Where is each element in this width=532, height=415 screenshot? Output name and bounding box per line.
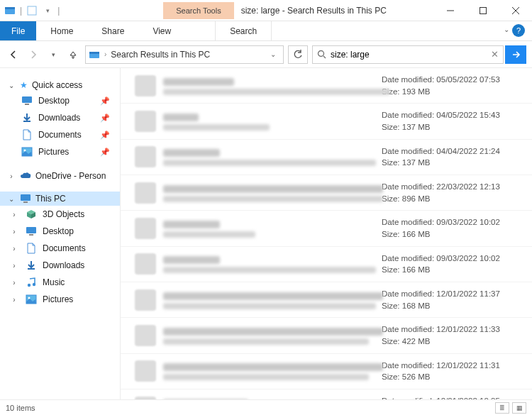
- folder-icon: [26, 209, 37, 220]
- sidebar-item[interactable]: 3D Objects: [0, 206, 120, 223]
- file-name-blurred: [163, 185, 383, 193]
- large-icons-view-button[interactable]: ▦: [512, 402, 526, 414]
- result-row[interactable]: Date modified: 12/01/2022 10:35Size: 200…: [121, 389, 532, 399]
- sidebar-item[interactable]: Pictures: [0, 291, 120, 308]
- chevron-right-icon[interactable]: [10, 228, 18, 236]
- qat-properties-icon[interactable]: [26, 5, 38, 16]
- result-row[interactable]: Date modified: 22/03/2022 12:13Size: 896…: [121, 175, 532, 211]
- result-row[interactable]: Date modified: 04/05/2022 15:43Size: 137…: [121, 104, 532, 139]
- share-tab[interactable]: Share: [87, 21, 138, 40]
- refresh-button[interactable]: [288, 45, 308, 64]
- chevron-right-icon[interactable]: [7, 172, 16, 180]
- quick-access-toolbar: | ▾ |: [0, 5, 64, 16]
- sidebar-item[interactable]: Downloads: [0, 257, 120, 274]
- sidebar-item[interactable]: Documents📌: [0, 126, 120, 143]
- chevron-right-icon[interactable]: [10, 211, 18, 218]
- pin-icon[interactable]: 📌: [100, 131, 116, 140]
- size-value: 193 MB: [402, 87, 431, 96]
- chevron-right-icon[interactable]: [10, 262, 18, 270]
- sidebar-item-label: Pictures: [38, 147, 69, 157]
- ribbon-collapse-icon[interactable]: ⌄: [504, 26, 509, 33]
- date-modified-label: Date modified:: [382, 147, 434, 155]
- this-pc-group[interactable]: This PC: [0, 192, 120, 206]
- address-bar[interactable]: › Search Results in This PC ⌄: [85, 45, 284, 64]
- back-button[interactable]: [6, 47, 21, 62]
- qat-dropdown-icon[interactable]: ▾: [42, 5, 53, 16]
- search-tools-contextual-tab[interactable]: Search Tools: [163, 2, 233, 19]
- search-go-button[interactable]: [505, 45, 526, 64]
- result-row[interactable]: Date modified: 12/01/2022 11:37Size: 168…: [121, 282, 532, 318]
- breadcrumb-text[interactable]: Search Results in This PC: [111, 50, 262, 60]
- sidebar-item[interactable]: Downloads📌: [0, 109, 120, 126]
- forward-button[interactable]: [26, 47, 41, 62]
- file-path-blurred: [163, 89, 390, 95]
- folder-icon: [26, 243, 37, 254]
- svg-rect-4: [480, 7, 487, 13]
- chevron-down-icon[interactable]: [7, 82, 16, 89]
- maximize-button[interactable]: [467, 0, 499, 21]
- file-path-blurred: [163, 338, 369, 345]
- result-row[interactable]: Date modified: 12/01/2022 11:33Size: 422…: [121, 318, 532, 353]
- results-list[interactable]: Date modified: 05/05/2022 07:53Size: 193…: [121, 68, 532, 399]
- sidebar-item-label: Desktop: [38, 96, 70, 106]
- address-dropdown-icon[interactable]: ⌄: [266, 50, 280, 58]
- cloud-icon: [20, 172, 31, 180]
- recent-locations-dropdown[interactable]: ▾: [45, 47, 61, 62]
- minimize-button[interactable]: [434, 0, 467, 21]
- sidebar-item[interactable]: Documents: [0, 240, 120, 257]
- chevron-right-icon[interactable]: [10, 296, 18, 304]
- file-icon: [135, 325, 156, 346]
- size-label: Size:: [382, 194, 400, 203]
- file-meta: Date modified: 12/01/2022 11:37Size: 168…: [382, 288, 523, 311]
- sidebar-item[interactable]: Music: [0, 274, 120, 291]
- chevron-right-icon[interactable]: [10, 279, 18, 287]
- details-view-button[interactable]: ≣: [495, 402, 509, 414]
- close-button[interactable]: [499, 0, 532, 21]
- size-value: 166 MB: [402, 230, 431, 238]
- search-input[interactable]: [331, 50, 487, 60]
- search-tab[interactable]: Search: [215, 21, 272, 40]
- status-bar: 10 items ≣ ▦: [0, 399, 532, 415]
- svg-rect-16: [21, 194, 31, 201]
- sidebar-item[interactable]: Desktop📌: [0, 92, 120, 109]
- sidebar-item[interactable]: Desktop: [0, 223, 120, 240]
- clear-search-icon[interactable]: ✕: [491, 49, 499, 60]
- result-row[interactable]: Date modified: 05/05/2022 07:53Size: 193…: [121, 68, 532, 104]
- file-name-area: [163, 362, 375, 380]
- chevron-right-icon[interactable]: [10, 245, 18, 253]
- chevron-down-icon[interactable]: [7, 195, 16, 203]
- pin-icon[interactable]: 📌: [100, 96, 116, 106]
- file-path-blurred: [163, 196, 383, 202]
- sidebar-item-label: Downloads: [43, 260, 84, 270]
- file-tab[interactable]: File: [0, 21, 36, 40]
- file-meta: Date modified: 05/05/2022 07:53Size: 193…: [382, 74, 523, 97]
- size-label: Size:: [382, 230, 400, 238]
- sidebar-item[interactable]: Pictures📌: [0, 143, 120, 160]
- search-box[interactable]: ✕: [312, 45, 504, 64]
- file-path-blurred: [163, 267, 376, 273]
- result-row[interactable]: Date modified: 09/03/2022 10:02Size: 166…: [121, 211, 532, 246]
- onedrive-label: OneDrive - Person: [35, 171, 106, 181]
- result-row[interactable]: Date modified: 09/03/2022 10:02Size: 166…: [121, 247, 532, 282]
- up-button[interactable]: [65, 47, 81, 62]
- onedrive-group[interactable]: OneDrive - Person: [0, 169, 120, 183]
- result-row[interactable]: Date modified: 04/04/2022 21:24Size: 137…: [121, 140, 532, 175]
- home-tab[interactable]: Home: [36, 21, 87, 40]
- breadcrumb-chevron-icon[interactable]: ›: [104, 50, 106, 58]
- pin-icon[interactable]: 📌: [100, 148, 116, 157]
- pin-icon[interactable]: 📌: [100, 114, 116, 123]
- file-icon: [135, 146, 156, 167]
- help-button[interactable]: ?: [512, 24, 525, 37]
- size-value: 166 MB: [402, 265, 431, 274]
- sidebar-item-label: Documents: [43, 243, 86, 253]
- file-meta: Date modified: 09/03/2022 10:02Size: 166…: [382, 253, 523, 276]
- file-icon: [135, 360, 156, 382]
- svg-point-24: [28, 297, 31, 299]
- size-value: 137 MB: [402, 123, 431, 131]
- view-tab[interactable]: View: [138, 21, 185, 40]
- result-row[interactable]: Date modified: 12/01/2022 11:31Size: 526…: [121, 354, 532, 389]
- file-name-blurred: [163, 328, 383, 336]
- quick-access-group[interactable]: ★ Quick access: [0, 78, 120, 92]
- size-label: Size:: [382, 372, 400, 381]
- size-label: Size:: [382, 301, 400, 310]
